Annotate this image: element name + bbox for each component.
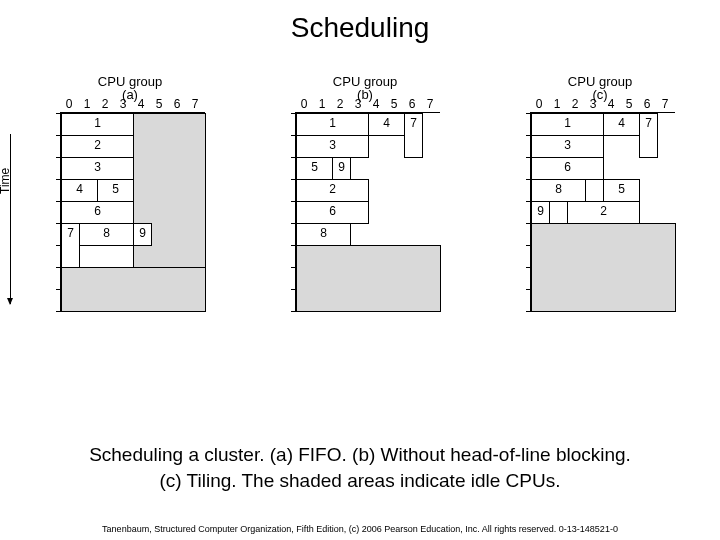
job-block: 9 xyxy=(332,157,351,180)
job-block: 6 xyxy=(531,157,604,180)
caption-line2: (c) Tiling. The shaded areas indicate id… xyxy=(160,470,561,491)
job-block: 7 xyxy=(404,113,423,158)
job-block: 6 xyxy=(61,201,134,224)
job-block: 9 xyxy=(133,223,152,246)
col-header: 0 xyxy=(530,97,548,111)
job-block: 4 xyxy=(603,113,640,136)
col-header: 2 xyxy=(566,97,584,111)
job-block: 8 xyxy=(79,223,134,246)
idle-region xyxy=(296,245,441,312)
col-header: 3 xyxy=(114,97,132,111)
col-header: 3 xyxy=(349,97,367,111)
job-block: 5 xyxy=(296,157,333,180)
col-header: 5 xyxy=(385,97,403,111)
job-block: 8 xyxy=(531,179,586,202)
col-header: 1 xyxy=(548,97,566,111)
col-header: 6 xyxy=(638,97,656,111)
figure: Time CPU group (a) 01234567123456897 CPU… xyxy=(0,74,720,384)
col-header: 7 xyxy=(186,97,204,111)
col-header: 5 xyxy=(620,97,638,111)
copyright-footer: Tanenbaum, Structured Computer Organizat… xyxy=(0,524,720,534)
caption-line1: Scheduling a cluster. (a) FIFO. (b) With… xyxy=(89,444,631,465)
job-block: 2 xyxy=(567,201,640,224)
time-arrow xyxy=(10,134,11,304)
col-header: 4 xyxy=(132,97,150,111)
job-block: 4 xyxy=(61,179,98,202)
job-block: 2 xyxy=(296,179,369,202)
col-header: 4 xyxy=(367,97,385,111)
col-header: 4 xyxy=(602,97,620,111)
job-block: 1 xyxy=(296,113,369,136)
page-title: Scheduling xyxy=(0,12,720,44)
job-block: 9 xyxy=(531,201,550,224)
job-block: 5 xyxy=(97,179,134,202)
col-header: 3 xyxy=(584,97,602,111)
job-block: 7 xyxy=(61,223,80,268)
time-axis-label: Time xyxy=(0,168,12,194)
col-header: 0 xyxy=(295,97,313,111)
job-block: 3 xyxy=(531,135,604,158)
job-block: 4 xyxy=(368,113,405,136)
job-block: 6 xyxy=(296,201,369,224)
job-block: 7 xyxy=(639,113,658,158)
job-block: 2 xyxy=(61,135,134,158)
job-block: 3 xyxy=(296,135,369,158)
col-header: 7 xyxy=(421,97,439,111)
col-header: 1 xyxy=(313,97,331,111)
col-header: 7 xyxy=(656,97,674,111)
col-header: 6 xyxy=(168,97,186,111)
job-block: 3 xyxy=(61,157,134,180)
job-block: 1 xyxy=(61,113,134,136)
job-block: 5 xyxy=(603,179,640,202)
col-header: 1 xyxy=(78,97,96,111)
col-header: 2 xyxy=(331,97,349,111)
col-header: 0 xyxy=(60,97,78,111)
col-header: 5 xyxy=(150,97,168,111)
job-block: 8 xyxy=(296,223,351,246)
idle-region xyxy=(61,267,206,312)
idle-region xyxy=(531,223,676,312)
job-block: 1 xyxy=(531,113,604,136)
col-header: 2 xyxy=(96,97,114,111)
col-header: 6 xyxy=(403,97,421,111)
figure-caption: Scheduling a cluster. (a) FIFO. (b) With… xyxy=(0,442,720,493)
